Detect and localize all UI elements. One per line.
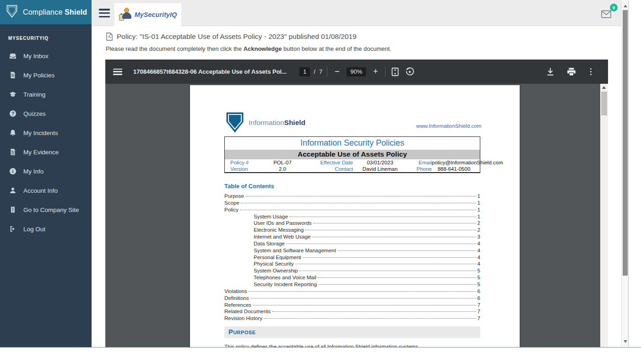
toolbar-divider: [385, 67, 386, 76]
doc-title: Acceptable Use of Assets Policy: [225, 150, 480, 159]
toc-item: Internet and Web Usage 3: [224, 234, 480, 241]
topbar: MySecurityIQ 0: [92, 0, 621, 26]
toc-item: Scope 1: [224, 200, 480, 207]
sidebar-item-training[interactable]: Training: [0, 85, 92, 104]
doc-website-link: www.InformationShield.com: [416, 123, 481, 129]
toc-dot-leader: [289, 217, 476, 217]
toc-item: Data Storage 4: [224, 241, 480, 248]
toc-dot-leader: [299, 271, 476, 271]
page-scrollbar[interactable]: [621, 1, 629, 347]
content-header: Policy: "IS-01 Acceptable Use of Assets …: [92, 27, 621, 52]
fit-page-icon: [390, 67, 400, 77]
purpose-section-heading: Purpose: [224, 326, 480, 338]
scroll-down-icon[interactable]: [624, 340, 627, 343]
toc-item: User IDs and Passwords 2: [224, 220, 480, 227]
sidebar-item-my-info[interactable]: i My Info: [0, 162, 92, 181]
pdf-page-total: 7: [319, 68, 322, 75]
toc-dot-leader: [253, 305, 476, 305]
toc-item: Personal Equipment 4: [224, 255, 480, 261]
file-text-icon: [9, 148, 16, 156]
pdf-page: InformationShield www.InformationShield.…: [190, 85, 520, 347]
pdf-page-input[interactable]: 1: [299, 67, 310, 76]
toc-item: System Usage 1: [224, 214, 480, 221]
pdf-viewer: 1708466857t684328-06 Acceptable Use of A…: [105, 60, 608, 347]
document-header: InformationShield www.InformationShield.…: [226, 112, 481, 133]
fit-to-page-button[interactable]: [390, 67, 400, 77]
sidebar-item-my-evidence[interactable]: My Evidence: [0, 142, 92, 162]
pdf-document-title: 1708466857t684328-06 Acceptable Use of A…: [133, 68, 287, 75]
doc-logo-text: InformationShield: [249, 119, 305, 127]
info-circle-icon: i: [9, 168, 16, 175]
toc-dot-leader: [337, 250, 476, 251]
sidebar-item-account-info[interactable]: Account Info: [0, 181, 92, 200]
sidebar-item-my-incidents[interactable]: My Incidents: [0, 123, 92, 142]
toc-dot-leader: [312, 237, 476, 237]
policy-header-table: Information Security Policies Acceptable…: [224, 136, 480, 173]
brand-header: Compliance Shield: [0, 0, 92, 24]
building-icon: [9, 206, 16, 213]
bell-icon: [9, 129, 16, 136]
toc-dot-leader: [249, 291, 476, 292]
toc-dot-leader: [240, 210, 476, 210]
print-icon: [566, 67, 576, 77]
brand-name: Compliance Shield: [23, 8, 87, 16]
pdf-menu-button[interactable]: [113, 69, 122, 75]
screen: Compliance Shield MYSECURITYIQ My Inbox …: [0, 0, 641, 364]
toc-dot-leader: [318, 284, 476, 285]
toc-dot-leader: [313, 223, 476, 223]
mysecurityiq-logo-icon: [119, 8, 133, 22]
toc-item: Related Documents 7: [224, 309, 480, 315]
toc-dot-leader: [272, 311, 476, 312]
rotate-ccw-icon: [405, 67, 415, 77]
pdf-zoom-controls: − 90% +: [332, 67, 380, 77]
scroll-thumb[interactable]: [623, 10, 628, 276]
toc-heading: Table of Contents: [224, 183, 274, 190]
sidebar-item-log-out[interactable]: Log Out: [0, 219, 92, 239]
tab-mysecurityiq[interactable]: MySecurityIQ: [114, 3, 181, 26]
sidebar-nav: My Inbox My Policies Training ? Quizzes …: [0, 46, 92, 239]
pdf-scroll-thumb[interactable]: [601, 92, 607, 115]
rotate-button[interactable]: [405, 67, 415, 77]
mail-count-badge: 0: [610, 4, 618, 11]
print-button[interactable]: [566, 67, 576, 77]
toc-item: Security Incident Reporting 5: [224, 282, 480, 288]
graduation-cap-icon: [9, 91, 16, 98]
sidebar-item-my-policies[interactable]: My Policies: [0, 65, 92, 85]
pdf-toolbar: 1708466857t684328-06 Acceptable Use of A…: [105, 60, 608, 84]
sidebar: Compliance Shield MYSECURITYIQ My Inbox …: [0, 0, 92, 347]
page-separator: /: [314, 68, 315, 75]
tab-label: MySecurityIQ: [135, 11, 177, 18]
pdf-scrollbar[interactable]: [600, 84, 608, 347]
user-icon: [9, 187, 16, 194]
zoom-in-button[interactable]: +: [370, 67, 380, 77]
pdf-page-controls: 1 / 7: [299, 67, 322, 76]
pdf-toolbar-actions: [545, 67, 594, 77]
toc-dot-leader: [264, 318, 476, 319]
sidebar-item-quizzes[interactable]: ? Quizzes: [0, 104, 92, 123]
download-button[interactable]: [545, 67, 555, 77]
more-options-button[interactable]: [587, 67, 594, 76]
scroll-up-icon[interactable]: [624, 5, 627, 7]
toc-item: Policy 1: [224, 207, 480, 214]
toc-item: Physical Security 4: [224, 261, 480, 268]
zoom-level-input[interactable]: 90%: [347, 67, 366, 76]
toc-item: System Ownership 5: [224, 268, 480, 275]
toc-item: Definitions 6: [224, 295, 480, 302]
file-icon: [9, 71, 16, 79]
informationshield-logo: InformationShield: [226, 112, 305, 133]
toc-item: Purpose 1: [224, 193, 480, 200]
toc-item: System and Software Management 4: [224, 248, 480, 255]
doc-series-title: Information Security Policies: [225, 137, 480, 150]
question-circle-icon: ?: [9, 110, 16, 117]
pdf-scroll-up-icon[interactable]: [602, 86, 606, 89]
pdf-file-icon: [106, 33, 113, 41]
menu-toggle-button[interactable]: [99, 9, 110, 17]
toolbar-divider: [327, 67, 327, 76]
toc-item: Revision History 7: [224, 315, 480, 322]
zoom-out-button[interactable]: −: [332, 67, 342, 77]
toc-item: References 7: [224, 302, 480, 309]
purpose-text-clipped: This policy defines the acceptable use o…: [224, 344, 480, 348]
sidebar-item-company-site[interactable]: Go to Company Site: [0, 200, 92, 219]
mail-notification-button[interactable]: 0: [601, 6, 617, 22]
sidebar-item-my-inbox[interactable]: My Inbox: [0, 46, 92, 65]
